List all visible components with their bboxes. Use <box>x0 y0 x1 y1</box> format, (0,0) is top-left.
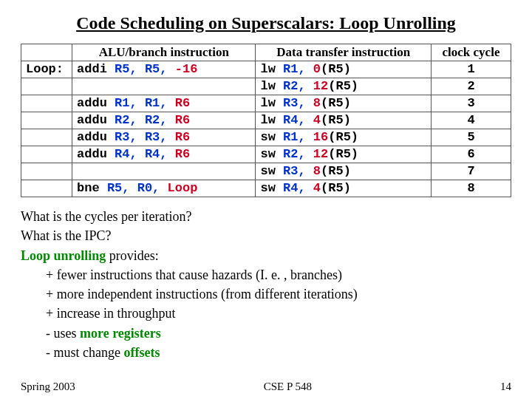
clock-cycle: 6 <box>431 146 511 163</box>
footer-center: CSE P 548 <box>264 381 312 393</box>
data-instruction: lw R1, 0(R5) <box>256 61 432 78</box>
row-label <box>21 163 72 180</box>
alu-instruction <box>72 78 256 95</box>
clock-cycle: 3 <box>431 95 511 112</box>
alu-instruction: addi R5, R5, -16 <box>72 61 256 78</box>
row-label <box>21 129 72 146</box>
clock-cycle: 1 <box>431 61 511 78</box>
clock-cycle: 4 <box>431 112 511 129</box>
question-ipc: What is the IPC? <box>21 227 511 245</box>
footer-left: Spring 2003 <box>21 381 75 393</box>
clock-cycle: 8 <box>431 180 511 197</box>
alu-instruction: addu R4, R4, R6 <box>72 146 256 163</box>
row-label <box>21 78 72 95</box>
row-label: Loop: <box>21 61 72 78</box>
table-row: addu R1, R1, R6lw R3, 8(R5)3 <box>21 95 511 112</box>
unroll-plus2: + more independent instructions (from di… <box>21 285 511 303</box>
table-row: sw R3, 8(R5)7 <box>21 163 511 180</box>
slide-footer: Spring 2003 CSE P 548 14 <box>0 381 532 393</box>
unroll-plus3: + increase in throughput <box>21 304 511 322</box>
row-label <box>21 112 72 129</box>
schedule-table: ALU/branch instruction Data transfer ins… <box>21 44 511 197</box>
clock-cycle: 2 <box>431 78 511 95</box>
table-row: addu R4, R4, R6sw R2, 12(R5)6 <box>21 146 511 163</box>
data-instruction: lw R4, 4(R5) <box>256 112 432 129</box>
table-header-row: ALU/branch instruction Data transfer ins… <box>21 44 511 61</box>
table-row: Loop:addi R5, R5, -16lw R1, 0(R5)1 <box>21 61 511 78</box>
alu-instruction: addu R2, R2, R6 <box>72 112 256 129</box>
row-label <box>21 95 72 112</box>
row-label <box>21 146 72 163</box>
unroll-minus2: - must change offsets <box>21 344 511 361</box>
unroll-lead: Loop unrolling provides: <box>21 247 511 265</box>
data-instruction: sw R3, 8(R5) <box>256 163 432 180</box>
alu-instruction: bne R5, R0, Loop <box>72 180 256 197</box>
alu-instruction: addu R1, R1, R6 <box>72 95 256 112</box>
unroll-minus1: - uses more registers <box>21 324 511 342</box>
table-row: addu R3, R3, R6sw R1, 16(R5)5 <box>21 129 511 146</box>
alu-instruction: addu R3, R3, R6 <box>72 129 256 146</box>
col-clock-header: clock cycle <box>431 44 511 61</box>
data-instruction: lw R2, 12(R5) <box>256 78 432 95</box>
alu-instruction <box>72 163 256 180</box>
body-text: What is the cycles per iteration? What i… <box>21 208 511 361</box>
unroll-plus1: + fewer instructions that cause hazards … <box>21 266 511 284</box>
col-data-header: Data transfer instruction <box>256 44 432 61</box>
data-instruction: sw R4, 4(R5) <box>256 180 432 197</box>
col-alu-header: ALU/branch instruction <box>72 44 256 61</box>
clock-cycle: 7 <box>431 163 511 180</box>
data-instruction: sw R2, 12(R5) <box>256 146 432 163</box>
question-cpi: What is the cycles per iteration? <box>21 208 511 225</box>
data-instruction: lw R3, 8(R5) <box>256 95 432 112</box>
table-row: lw R2, 12(R5)2 <box>21 78 511 95</box>
footer-right: 14 <box>500 381 511 393</box>
table-row: addu R2, R2, R6lw R4, 4(R5)4 <box>21 112 511 129</box>
clock-cycle: 5 <box>431 129 511 146</box>
table-row: bne R5, R0, Loopsw R4, 4(R5)8 <box>21 180 511 197</box>
row-label <box>21 180 72 197</box>
slide-title: Code Scheduling on Superscalars: Loop Un… <box>21 13 511 33</box>
data-instruction: sw R1, 16(R5) <box>256 129 432 146</box>
